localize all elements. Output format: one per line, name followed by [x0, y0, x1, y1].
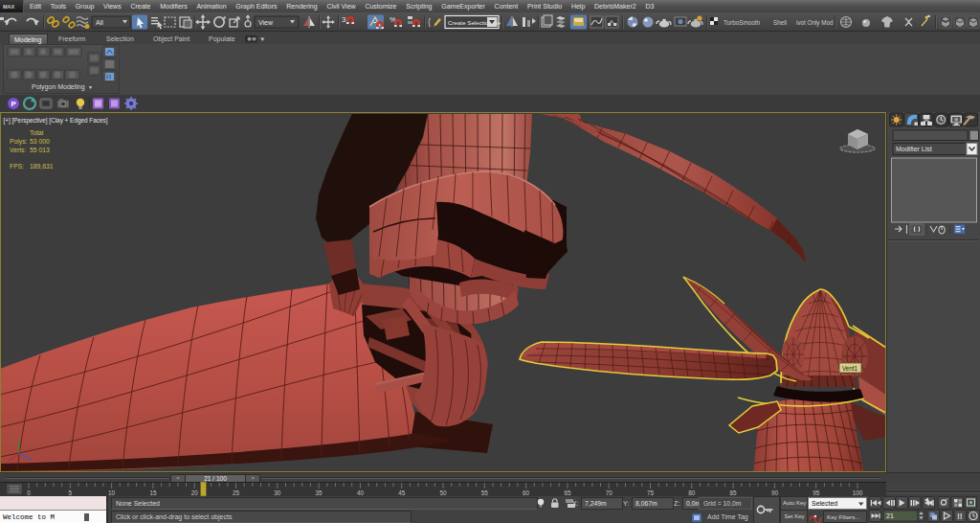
- svg-text:5: 5: [69, 489, 73, 496]
- svg-text:30: 30: [274, 489, 281, 496]
- svg-text:Shell: Shell: [773, 19, 787, 26]
- svg-text:ivot Only Mod: ivot Only Mod: [796, 19, 834, 27]
- svg-text:21: 21: [886, 512, 894, 519]
- svg-text:15: 15: [149, 489, 157, 496]
- svg-text:Polys:: Polys:: [10, 138, 28, 146]
- svg-text:35: 35: [316, 489, 323, 496]
- svg-text:FPS:: FPS:: [10, 163, 24, 170]
- svg-text:85: 85: [730, 489, 738, 496]
- svg-text:TurboSmooth: TurboSmooth: [724, 19, 760, 26]
- svg-text:60: 60: [523, 489, 530, 496]
- svg-text:55: 55: [481, 489, 489, 496]
- svg-text:View: View: [258, 19, 274, 26]
- svg-text:Total: Total: [30, 129, 44, 136]
- svg-text:Modifier List: Modifier List: [896, 146, 932, 152]
- svg-text:53 000: 53 000: [30, 138, 50, 145]
- svg-text:[+] [Perspective] [Clay + Edge: [+] [Perspective] [Clay + Edged Faces]: [4, 117, 108, 125]
- svg-text:189,631: 189,631: [30, 163, 54, 170]
- svg-text:10: 10: [108, 489, 116, 496]
- svg-text:0: 0: [27, 489, 31, 496]
- svg-text:Verts:: Verts:: [10, 147, 26, 153]
- svg-text:90: 90: [771, 489, 779, 496]
- svg-text:70: 70: [606, 489, 613, 496]
- svg-text:55 013: 55 013: [30, 147, 50, 153]
- svg-text:All: All: [96, 19, 103, 26]
- svg-text:!!: !!: [957, 512, 963, 521]
- svg-text:50: 50: [439, 489, 447, 496]
- svg-text:3: 3: [342, 15, 346, 24]
- svg-text:{: {: [428, 17, 431, 27]
- svg-text:P: P: [11, 100, 17, 108]
- svg-text:25: 25: [233, 489, 240, 496]
- svg-text:45: 45: [398, 489, 406, 496]
- svg-text:75: 75: [647, 489, 655, 496]
- svg-text:Vent1: Vent1: [842, 365, 858, 372]
- svg-text:95: 95: [813, 489, 820, 496]
- svg-text:20: 20: [191, 489, 199, 496]
- svg-text:100: 100: [853, 489, 863, 496]
- svg-text:40: 40: [357, 489, 365, 496]
- svg-text:65: 65: [564, 489, 571, 496]
- svg-text:80: 80: [688, 489, 696, 496]
